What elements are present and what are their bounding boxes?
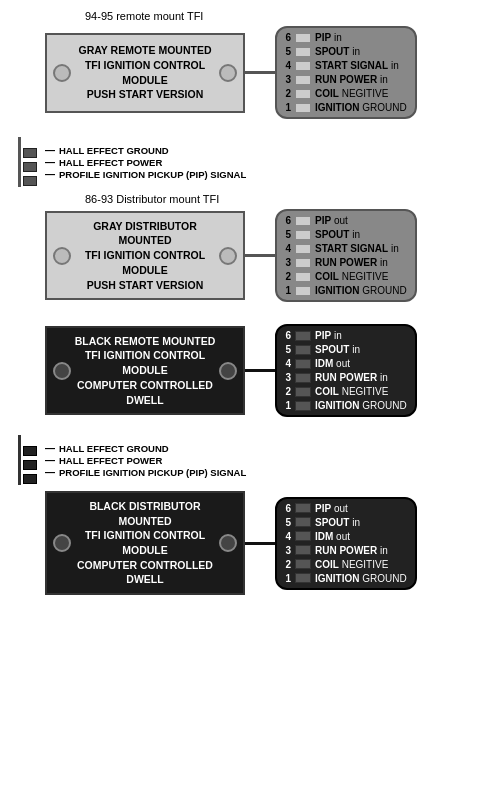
connector-body-black-dist: 6 PIP out 5 SPOUT in 4 IDM out [275,497,417,590]
gray-remote-row: GRAY REMOTE MOUNTEDTFI IGNITION CONTROL … [5,26,495,119]
black-connector-rect-1 [23,446,37,456]
gray-dist-module-text: GRAY DISTRIBUTOR MOUNTEDTFI IGNITION CON… [53,219,237,292]
wire-bridge-black-remote [245,369,275,372]
connector-body-black-remote: 6 PIP in 5 SPOUT in 4 IDM out [275,324,417,417]
gray-dist-module: GRAY DISTRIBUTOR MOUNTEDTFI IGNITION CON… [45,211,245,300]
wire-bridge-black-dist [245,542,275,545]
connector-rect-1 [23,148,37,158]
gray-remote-section: 94-95 remote mount TFI GRAY REMOTE MOUNT… [5,10,495,121]
connector-gray-dist: 6 PIP out 5 SPOUT in 4 START SIGNAL in [275,209,417,302]
connector-body-gray-remote: 6 PIP in 5 SPOUT in 4 START SIGNAL in [275,26,417,119]
section-label-gray-dist: 86-93 Distributor mount TFI [85,193,495,205]
vertical-wire-2 [18,435,21,485]
pin-row-3: 3 RUN POWER in [281,74,407,85]
connector-gray-remote: 6 PIP in 5 SPOUT in 4 START SIGNAL in [275,26,417,119]
black-connector-rect-3 [23,474,37,484]
pin-row-1: 1 IGNITION GROUND [281,102,407,113]
wire-label-hall-power: HALL EFFECT POWER [45,157,246,168]
diagram-container: 94-95 remote mount TFI GRAY REMOTE MOUNT… [0,0,500,617]
wire-bridge-gray-dist [245,254,275,257]
pin-terminal-6 [295,33,311,43]
black-dist-module: BLACK DISTRIBUTOR MOUNTEDTFI IGNITION CO… [45,491,245,595]
wire-bridge-gray-remote [245,71,275,74]
left-wire-group-2: HALL EFFECT GROUND HALL EFFECT POWER PRO… [10,435,495,485]
section-label-gray-remote: 94-95 remote mount TFI [85,10,495,22]
pin-terminal-1 [295,103,311,113]
black-remote-module: BLACK REMOTE MOUNTEDTFI IGNITION CONTROL… [45,326,245,415]
wire-label-hall-ground: HALL EFFECT GROUND [45,145,246,156]
black-dist-module-text: BLACK DISTRIBUTOR MOUNTEDTFI IGNITION CO… [53,499,237,587]
wire-label-pip-signal: PROFILE IGNITION PICKUP (PIP) SIGNAL [45,169,246,180]
black-remote-module-text: BLACK REMOTE MOUNTEDTFI IGNITION CONTROL… [53,334,237,407]
connector-rect-3 [23,176,37,186]
black-remote-row: BLACK REMOTE MOUNTEDTFI IGNITION CONTROL… [5,324,495,417]
black-remote-section: BLACK REMOTE MOUNTEDTFI IGNITION CONTROL… [5,324,495,419]
gray-remote-module-text: GRAY REMOTE MOUNTEDTFI IGNITION CONTROL … [53,43,237,102]
pin-terminal-3 [295,75,311,85]
pin-terminal-2 [295,89,311,99]
pin-row-5: 5 SPOUT in [281,46,407,57]
black-dist-row: BLACK DISTRIBUTOR MOUNTEDTFI IGNITION CO… [5,491,495,595]
wire-label-hall-ground-2: HALL EFFECT GROUND [45,443,246,454]
black-dist-section: BLACK DISTRIBUTOR MOUNTEDTFI IGNITION CO… [5,491,495,597]
connector-rect-2 [23,162,37,172]
connector-black-dist: 6 PIP out 5 SPOUT in 4 IDM out [275,497,417,590]
pin-terminal-4 [295,61,311,71]
black-connector-rect-2 [23,460,37,470]
wire-labels-2: HALL EFFECT GROUND HALL EFFECT POWER PRO… [45,443,246,478]
left-wire-group-1: HALL EFFECT GROUND HALL EFFECT POWER PRO… [10,137,495,187]
pin-row-4: 4 START SIGNAL in [281,60,407,71]
pin-terminal-5 [295,47,311,57]
gray-dist-row: GRAY DISTRIBUTOR MOUNTEDTFI IGNITION CON… [5,209,495,302]
connector-body-gray-dist: 6 PIP out 5 SPOUT in 4 START SIGNAL in [275,209,417,302]
gray-remote-module: GRAY REMOTE MOUNTEDTFI IGNITION CONTROL … [45,33,245,113]
gray-dist-section: 86-93 Distributor mount TFI GRAY DISTRIB… [5,193,495,304]
pin-row-6: 6 PIP in [281,32,407,43]
wire-labels-1: HALL EFFECT GROUND HALL EFFECT POWER PRO… [45,145,246,180]
pin-row-2: 2 COIL NEGITIVE [281,88,407,99]
connector-black-remote: 6 PIP in 5 SPOUT in 4 IDM out [275,324,417,417]
wire-label-pip-signal-2: PROFILE IGNITION PICKUP (PIP) SIGNAL [45,467,246,478]
vertical-wire-1 [18,137,21,187]
wire-label-hall-power-2: HALL EFFECT POWER [45,455,246,466]
